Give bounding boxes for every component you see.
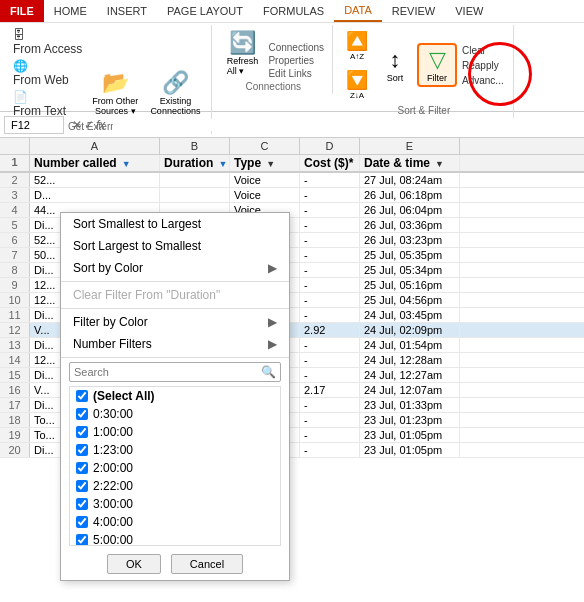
filter-menu-item[interactable]: Sort Smallest to Largest (61, 213, 289, 235)
cell-d[interactable]: - (300, 428, 360, 442)
cell-e[interactable]: 25 Jul, 05:16pm (360, 278, 460, 292)
cell-d[interactable]: - (300, 293, 360, 307)
cell-c[interactable]: Voice (230, 188, 300, 202)
cell-d[interactable]: - (300, 173, 360, 187)
filter-checkbox[interactable] (76, 534, 88, 546)
filter-arrow-c[interactable]: ▼ (266, 159, 275, 169)
cell-d[interactable]: - (300, 398, 360, 412)
filter-checkbox[interactable] (76, 390, 88, 402)
tab-formulas[interactable]: FORMULAS (253, 0, 334, 22)
filter-list-item[interactable]: 4:00:00 (70, 513, 280, 531)
filter-ok-button[interactable]: OK (107, 554, 161, 574)
filter-checkbox[interactable] (76, 480, 88, 492)
function-icon[interactable]: fx (96, 118, 105, 132)
filter-menu-item[interactable]: Sort by Color▶ (61, 257, 289, 279)
cell-e[interactable]: 24 Jul, 01:54pm (360, 338, 460, 352)
connections-item[interactable]: Connections (266, 42, 326, 53)
filter-search-input[interactable] (70, 364, 257, 380)
properties-item[interactable]: Properties (266, 55, 326, 66)
filter-list-item[interactable]: 1:23:00 (70, 441, 280, 459)
from-access-button[interactable]: 🗄 From Access (10, 27, 85, 57)
filter-menu-item[interactable]: Number Filters▶ (61, 333, 289, 355)
cell-a[interactable]: 52... (30, 173, 160, 187)
sort-button[interactable]: ↕️ Sort (375, 44, 415, 86)
filter-menu-item[interactable]: Sort Largest to Smallest (61, 235, 289, 257)
cell-e[interactable]: 26 Jul, 03:36pm (360, 218, 460, 232)
formula-input[interactable] (113, 119, 580, 131)
cell-e[interactable]: 24 Jul, 12:07am (360, 383, 460, 397)
filter-list-item[interactable]: 2:22:00 (70, 477, 280, 495)
cell-e[interactable]: 24 Jul, 12:27am (360, 368, 460, 382)
refresh-all-button[interactable]: 🔄 RefreshAll ▾ (220, 27, 264, 79)
cell-e[interactable]: 23 Jul, 01:33pm (360, 398, 460, 412)
from-web-button[interactable]: 🌐 From Web (10, 58, 85, 88)
tab-home[interactable]: HOME (44, 0, 97, 22)
cell-d[interactable]: 2.92 (300, 323, 360, 337)
filter-arrow-b[interactable]: ▼ (218, 159, 227, 169)
filter-arrow-a[interactable]: ▼ (122, 159, 131, 169)
cell-b[interactable] (160, 188, 230, 202)
filter-checkbox[interactable] (76, 516, 88, 528)
filter-checkbox[interactable] (76, 408, 88, 420)
cell-d[interactable]: - (300, 443, 360, 457)
cell-e[interactable]: 24 Jul, 02:09pm (360, 323, 460, 337)
tab-file[interactable]: FILE (0, 0, 44, 22)
cell-e[interactable]: 26 Jul, 06:04pm (360, 203, 460, 217)
confirm-icon[interactable]: ✓ (84, 118, 94, 132)
filter-list-item[interactable]: (Select All) (70, 387, 280, 405)
existing-connections-button[interactable]: 🔗 ExistingConnections (145, 67, 205, 119)
cell-d[interactable]: - (300, 413, 360, 427)
advanced-button[interactable]: Advanc... (459, 74, 507, 87)
filter-list-item[interactable]: 2:00:00 (70, 459, 280, 477)
filter-checkbox[interactable] (76, 444, 88, 456)
filter-list-item[interactable]: 1:00:00 (70, 423, 280, 441)
filter-arrow-e[interactable]: ▼ (435, 159, 444, 169)
filter-checkbox[interactable] (76, 462, 88, 474)
filter-button[interactable]: ▽ Filter (417, 43, 457, 87)
tab-view[interactable]: VIEW (445, 0, 493, 22)
sort-az-button[interactable]: 🔼 A↑Z (341, 27, 373, 64)
filter-list[interactable]: (Select All)0:30:001:00:001:23:002:00:00… (69, 386, 281, 546)
edit-links-item[interactable]: Edit Links (266, 68, 326, 79)
cell-a[interactable]: D... (30, 188, 160, 202)
cell-d[interactable]: - (300, 248, 360, 262)
cell-e[interactable]: 25 Jul, 05:34pm (360, 263, 460, 277)
filter-checkbox[interactable] (76, 498, 88, 510)
cell-e[interactable]: 26 Jul, 06:18pm (360, 188, 460, 202)
filter-menu-item[interactable]: Filter by Color▶ (61, 311, 289, 333)
cell-d[interactable]: - (300, 353, 360, 367)
cell-d[interactable]: 2.17 (300, 383, 360, 397)
cell-d[interactable]: - (300, 188, 360, 202)
filter-list-item[interactable]: 0:30:00 (70, 405, 280, 423)
cell-d[interactable]: - (300, 203, 360, 217)
cell-d[interactable]: - (300, 218, 360, 232)
cell-e[interactable]: 27 Jul, 08:24am (360, 173, 460, 187)
clear-button[interactable]: Clear (459, 44, 507, 57)
cell-c[interactable]: Voice (230, 173, 300, 187)
from-other-sources-button[interactable]: 📂 From OtherSources ▾ (87, 67, 143, 119)
filter-list-item[interactable]: 5:00:00 (70, 531, 280, 546)
filter-checkbox[interactable] (76, 426, 88, 438)
cell-e[interactable]: 25 Jul, 04:56pm (360, 293, 460, 307)
cell-e[interactable]: 23 Jul, 01:23pm (360, 413, 460, 427)
sort-za-button[interactable]: 🔽 Z↓A (341, 66, 373, 103)
filter-list-item[interactable]: 3:00:00 (70, 495, 280, 513)
from-text-button[interactable]: 📄 From Text (10, 89, 85, 119)
cell-b[interactable] (160, 173, 230, 187)
cell-e[interactable]: 26 Jul, 03:23pm (360, 233, 460, 247)
cell-e[interactable]: 25 Jul, 05:35pm (360, 248, 460, 262)
cell-reference[interactable]: F12 (4, 116, 64, 134)
cell-d[interactable]: - (300, 278, 360, 292)
tab-page-layout[interactable]: PAGE LAYOUT (157, 0, 253, 22)
reapply-button[interactable]: Reapply (459, 59, 507, 72)
cell-d[interactable]: - (300, 368, 360, 382)
cell-d[interactable]: - (300, 263, 360, 277)
cell-d[interactable]: - (300, 308, 360, 322)
cell-d[interactable]: - (300, 338, 360, 352)
cell-e[interactable]: 24 Jul, 03:45pm (360, 308, 460, 322)
cell-e[interactable]: 23 Jul, 01:05pm (360, 428, 460, 442)
cancel-icon[interactable]: ✕ (72, 118, 82, 132)
tab-data[interactable]: DATA (334, 0, 382, 22)
cell-e[interactable]: 23 Jul, 01:05pm (360, 443, 460, 457)
cell-e[interactable]: 24 Jul, 12:28am (360, 353, 460, 367)
